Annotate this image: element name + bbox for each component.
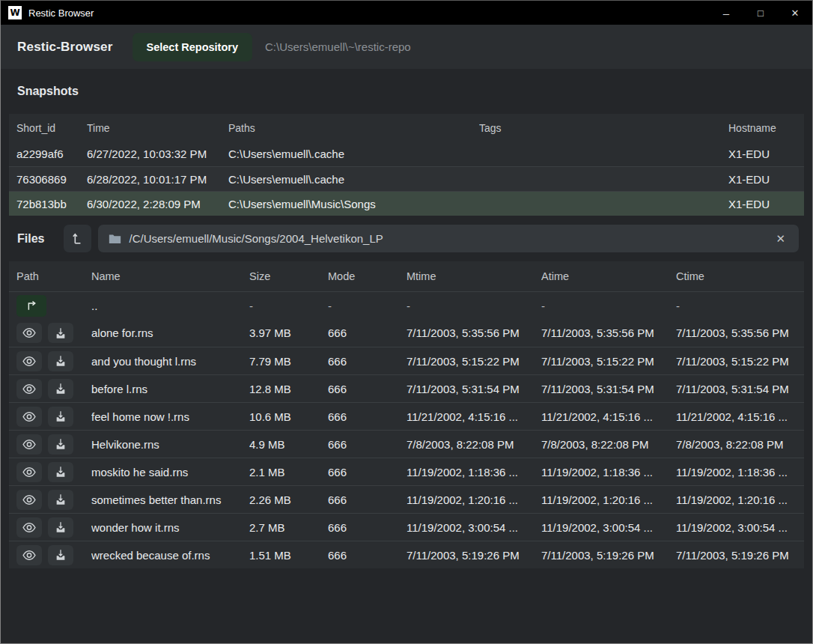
file-ctime: 7/11/2003, 5:31:54 PM	[676, 383, 804, 395]
column-header-mode: Mode	[328, 270, 406, 282]
download-file-button[interactable]	[48, 407, 73, 427]
file-atime: 7/11/2003, 5:31:54 PM	[541, 383, 676, 395]
file-mtime: 7/8/2003, 8:22:08 PM	[406, 438, 541, 451]
preview-file-button[interactable]	[16, 434, 42, 455]
go-up-directory-button[interactable]	[16, 295, 46, 317]
column-header-atime: Atime	[541, 270, 676, 282]
file-name: alone for.rns	[91, 326, 249, 339]
files-title: Files	[17, 232, 44, 246]
file-size: 3.97 MB	[249, 326, 328, 339]
column-header-hostname: Hostname	[728, 122, 804, 134]
file-path-input[interactable]: /C/Users/emuell/Music/Songs/2004_Helveti…	[98, 225, 799, 252]
file-atime: 11/19/2002, 3:00:54 ...	[541, 521, 676, 534]
repository-path-field[interactable]: C:\Users\emuell\~\restic-repo	[265, 40, 411, 53]
download-file-button[interactable]	[48, 545, 73, 565]
preview-file-button[interactable]	[16, 490, 42, 510]
snapshot-row[interactable]: a2299af6 6/27/2022, 10:03:32 PM C:\Users…	[9, 142, 804, 166]
preview-file-button[interactable]	[16, 517, 42, 538]
file-atime: 7/8/2003, 8:22:08 PM	[541, 438, 676, 451]
file-name: before l.rns	[91, 383, 249, 395]
file-ctime: 7/11/2003, 5:35:56 PM	[676, 326, 804, 339]
file-mode: 666	[328, 383, 406, 395]
file-mode: 666	[328, 521, 406, 534]
preview-file-button[interactable]	[16, 462, 42, 482]
file-size: 2.26 MB	[249, 493, 328, 506]
parent-directory-row: .. - - - - -	[9, 291, 804, 319]
download-icon	[55, 355, 67, 367]
file-tree-toggle-button[interactable]	[64, 225, 91, 252]
download-icon	[55, 521, 67, 533]
eye-icon	[22, 494, 37, 505]
eye-icon	[22, 550, 37, 561]
download-file-button[interactable]	[48, 462, 73, 482]
level-up-icon	[70, 231, 85, 246]
file-size: 12.8 MB	[249, 383, 328, 395]
column-header-ctime: Ctime	[676, 270, 804, 282]
preview-file-button[interactable]	[16, 323, 42, 343]
clear-path-icon[interactable]: ✕	[773, 231, 788, 247]
column-header-tags: Tags	[479, 122, 728, 134]
download-file-button[interactable]	[48, 517, 73, 538]
download-icon	[55, 466, 67, 478]
preview-file-button[interactable]	[16, 545, 42, 565]
eye-icon	[22, 439, 37, 450]
file-mtime: 7/11/2003, 5:31:54 PM	[406, 383, 541, 395]
file-path-value: /C/Users/emuell/Music/Songs/2004_Helveti…	[129, 232, 767, 245]
column-header-name: Name	[91, 270, 249, 282]
snapshot-paths: C:\Users\emuell\.cache	[228, 148, 479, 160]
file-mtime: 11/19/2002, 1:20:16 ...	[406, 493, 541, 506]
snapshot-row[interactable]: 72b813bb 6/30/2022, 2:28:09 PM C:\Users\…	[9, 191, 804, 216]
file-row: sometimes better than.rns 2.26 MB 666 11…	[9, 485, 804, 513]
file-name: moskito he said.rns	[91, 466, 249, 479]
file-size: -	[249, 300, 328, 312]
files-section-head: Files /C/Users/emuell/Music/Songs/2004_H…	[1, 216, 812, 261]
file-size: 1.51 MB	[249, 549, 328, 562]
select-repository-button[interactable]: Select Repository	[133, 33, 253, 61]
download-icon	[55, 493, 67, 505]
file-size: 4.9 MB	[249, 438, 328, 451]
preview-file-button[interactable]	[16, 379, 42, 399]
eye-icon	[22, 522, 37, 533]
column-header-size: Size	[249, 270, 328, 282]
preview-file-button[interactable]	[16, 351, 42, 371]
column-header-short-id: Short_id	[16, 122, 87, 134]
close-icon[interactable]: ✕	[778, 1, 812, 25]
file-mode: 666	[328, 410, 406, 423]
files-table-header: Path Name Size Mode Mtime Atime Ctime	[9, 261, 804, 291]
snapshot-hostname: X1-EDU	[728, 198, 804, 210]
file-size: 7.79 MB	[249, 355, 328, 368]
eye-icon	[22, 411, 37, 422]
download-file-button[interactable]	[48, 434, 73, 455]
download-file-button[interactable]	[48, 379, 73, 399]
file-row: wrecked because of.rns 1.51 MB 666 7/11/…	[9, 541, 804, 568]
download-file-button[interactable]	[48, 490, 73, 510]
window-controls: – □ ✕	[709, 1, 812, 25]
file-mode: 666	[328, 438, 406, 451]
preview-file-button[interactable]	[16, 407, 42, 427]
file-size: 2.1 MB	[249, 466, 328, 479]
maximize-icon[interactable]: □	[743, 1, 778, 25]
file-row: wonder how it.rns 2.7 MB 666 11/19/2002,…	[9, 513, 804, 541]
minimize-icon[interactable]: –	[709, 1, 743, 25]
eye-icon	[22, 383, 37, 395]
download-file-button[interactable]	[48, 351, 73, 371]
column-header-time: Time	[87, 122, 228, 134]
snapshot-short-id: a2299af6	[16, 148, 87, 160]
download-icon	[55, 549, 67, 561]
snapshot-paths: C:\Users\emuell\Music\Songs	[228, 198, 479, 210]
download-icon	[55, 410, 67, 422]
download-file-button[interactable]	[48, 323, 73, 343]
files-table: Path Name Size Mode Mtime Atime Ctime ..	[9, 261, 804, 568]
file-name: Helvikone.rns	[91, 438, 249, 451]
file-atime: 11/19/2002, 1:20:16 ...	[541, 493, 676, 506]
snapshot-row[interactable]: 76306869 6/28/2022, 10:01:17 PM C:\Users…	[9, 166, 804, 191]
file-mtime: -	[406, 300, 541, 312]
file-mtime: 7/11/2003, 5:19:26 PM	[406, 549, 541, 562]
file-ctime: 7/11/2003, 5:15:22 PM	[676, 355, 804, 368]
folder-icon	[109, 234, 121, 244]
snapshots-section-head: Snapshots	[1, 69, 812, 114]
download-icon	[55, 383, 67, 395]
snapshot-short-id: 76306869	[16, 173, 87, 186]
file-row: alone for.rns 3.97 MB 666 7/11/2003, 5:3…	[9, 319, 804, 347]
snapshot-short-id: 72b813bb	[16, 198, 87, 210]
